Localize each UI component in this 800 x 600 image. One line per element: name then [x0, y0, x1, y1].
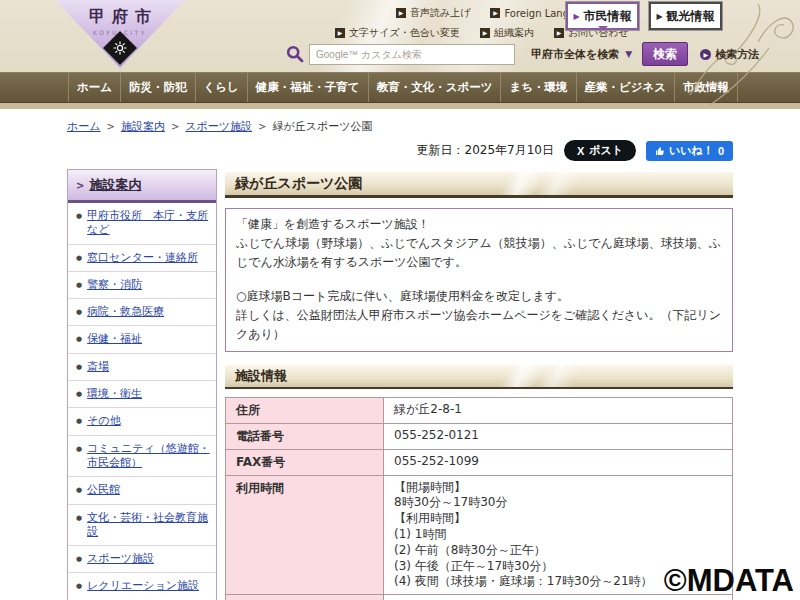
sidebar-link[interactable]: 甲府市役所 本庁・支所など: [87, 209, 212, 238]
facebook-like-button[interactable]: いいね！ 0: [646, 141, 733, 161]
sidebar-link[interactable]: その他: [87, 414, 121, 428]
logo-title: 甲府市: [55, 0, 185, 28]
row-value: 055-252-0121: [384, 423, 733, 449]
square-arrow-icon: ▶: [490, 8, 500, 18]
sidebar-link[interactable]: 環境・衛生: [87, 387, 142, 401]
sidebar-item-city-hall[interactable]: ●甲府市役所 本庁・支所など: [68, 203, 216, 245]
utility-label: 音声読み上げ: [410, 6, 470, 20]
breadcrumb-home[interactable]: ホーム: [67, 119, 101, 134]
nav-item-industry-business[interactable]: 産業・ビジネス: [576, 73, 675, 102]
sidebar-item-recreation[interactable]: ●レクリエーション施設: [68, 573, 216, 600]
nav-item-health-welfare[interactable]: 健康・福祉・子育て: [247, 73, 368, 102]
like-count: 0: [718, 145, 724, 157]
sidebar-list: ●甲府市役所 本庁・支所など ●窓口センター・連絡所 ●警察・消防 ●病院・救急…: [68, 203, 216, 600]
search-scope-label: 甲府市全体を検索: [531, 47, 619, 62]
row-label: 電話番号: [226, 423, 384, 449]
arrow-icon: ▶: [573, 12, 579, 21]
sidebar-item-others[interactable]: ●その他: [68, 408, 216, 435]
row-value: 緑が丘2-8-1: [384, 397, 733, 423]
intro-box: 「健康」を創造するスポーツ施設！ ふじでん球場（野球場）、ふじでんスタジアム（競…: [225, 208, 733, 352]
sidebar-link[interactable]: レクリエーション施設: [87, 579, 199, 593]
sidebar-item-service-centers[interactable]: ●窓口センター・連絡所: [68, 245, 216, 272]
sidebar-link[interactable]: 病院・救急医療: [87, 305, 164, 319]
search-button[interactable]: 検索: [642, 42, 688, 66]
bullet-icon: ●: [76, 579, 82, 593]
sidebar-link[interactable]: スポーツ施設: [87, 552, 154, 566]
x-post-button[interactable]: X ポスト: [564, 140, 636, 161]
sidebar-header-facility-guide[interactable]: > 施設案内: [68, 170, 216, 203]
bullet-icon: ●: [76, 552, 82, 566]
intro-line: 「健康」を創造するスポーツ施設！: [236, 215, 722, 234]
play-icon: ▶: [700, 49, 711, 60]
site-search: 甲府市全体を検索 ▼ 検索 ▶ 検索方法: [286, 42, 759, 66]
search-scope-select[interactable]: 甲府市全体を検索 ▼: [531, 47, 632, 62]
sidebar-link[interactable]: 斎場: [87, 360, 109, 374]
sidebar-item-culture-arts[interactable]: ●文化・芸術・社会教育施設: [68, 505, 216, 547]
sidebar-item-health-welfare[interactable]: ●保健・福祉: [68, 326, 216, 353]
watermark: ©MDATA: [664, 563, 794, 599]
square-arrow-icon: ▶: [396, 8, 406, 18]
intro-line: 詳しくは、公益財団法人甲府市スポーツ協会ホームページをご確認ください。（下記リン…: [236, 306, 722, 344]
nav-item-disaster[interactable]: 防災・防犯: [120, 73, 195, 102]
facility-info-table: 住所 緑が丘2-8-1 電話番号 055-252-0121 FAX番号 055-…: [225, 397, 733, 600]
sidebar-item-police-fire[interactable]: ●警察・消防: [68, 272, 216, 299]
post-label: ポスト: [589, 143, 623, 158]
x-logo-icon: X: [577, 145, 584, 157]
chevron-down-icon: ▼: [625, 49, 632, 59]
search-icon: [286, 45, 304, 63]
site-header: 甲府市 KOFU CITY ▶ 音声読み上げ ▶ Foreign Languag…: [0, 0, 800, 72]
sidebar-link[interactable]: 公民館: [87, 483, 120, 497]
sidebar-item-funeral-hall[interactable]: ●斎場: [68, 354, 216, 381]
sidebar-item-environment-sanitation[interactable]: ●環境・衛生: [68, 381, 216, 408]
intro-line: ふじでん球場（野球場）、ふじでんスタジアム（競技場）、ふじでん庭球場、球技場、ふ…: [236, 234, 722, 272]
kofu-crest-icon: [113, 41, 127, 55]
section-title-facility-info: 施設情報: [225, 365, 733, 389]
nav-item-living[interactable]: くらし: [195, 73, 247, 102]
row-label: 利用時間: [226, 475, 384, 595]
bullet-icon: ●: [76, 483, 82, 497]
row-label: 定休日: [226, 595, 384, 600]
nav-item-town-environment[interactable]: まち・環境: [500, 73, 575, 102]
table-row-phone: 電話番号 055-252-0121: [226, 423, 733, 449]
nav-item-education-culture-sports[interactable]: 教育・文化・スポーツ: [368, 73, 501, 102]
tab-tourism-info[interactable]: ▶ 観光情報: [649, 2, 722, 30]
table-row-hours: 利用時間 【開場時間】 8時30分～17時30分 【利用時間】 (1) 1時間 …: [226, 475, 733, 595]
like-label: いいね！: [669, 143, 714, 158]
tab-citizen-info[interactable]: ▶ 市民情報: [566, 2, 639, 30]
breadcrumb-separator: >: [107, 121, 115, 132]
sidebar-link[interactable]: コミュニティ（悠遊館・市民会館）: [87, 442, 212, 471]
tab-label: 市民情報: [584, 8, 632, 25]
thumbs-up-icon: [655, 146, 665, 156]
sidebar-item-hospitals[interactable]: ●病院・救急医療: [68, 299, 216, 326]
breadcrumb-facility-guide[interactable]: 施設案内: [121, 119, 165, 134]
font-size-color-link[interactable]: ▶ 文字サイズ・色合い変更: [335, 26, 460, 40]
search-help-label: 検索方法: [715, 47, 759, 62]
breadcrumb-separator: >: [171, 121, 179, 132]
search-input[interactable]: [309, 44, 515, 65]
sidebar-link[interactable]: 警察・消防: [87, 278, 142, 292]
organization-guide-link[interactable]: ▶ 組織案内: [480, 26, 534, 40]
meta-row: 更新日：2025年7月10日 X ポスト いいね！ 0: [67, 140, 733, 161]
page-title: 緑が丘スポーツ公園: [225, 171, 733, 198]
main-column: 緑が丘スポーツ公園 「健康」を創造するスポーツ施設！ ふじでん球場（野球場）、ふ…: [225, 169, 733, 600]
square-arrow-icon: ▶: [480, 28, 490, 38]
sidebar-item-community-center[interactable]: ●公民館: [68, 477, 216, 504]
audience-tabs: ▶ 市民情報 ▶ 観光情報: [566, 2, 722, 30]
sidebar-link[interactable]: 保健・福祉: [87, 332, 142, 346]
voice-reading-link[interactable]: ▶ 音声読み上げ: [396, 6, 470, 20]
table-row-address: 住所 緑が丘2-8-1: [226, 397, 733, 423]
updated-date: 更新日：2025年7月10日: [417, 142, 554, 159]
sidebar-item-sports-facilities[interactable]: ●スポーツ施設: [68, 546, 216, 573]
square-arrow-icon: ▶: [554, 28, 564, 38]
sidebar-link[interactable]: 文化・芸術・社会教育施設: [87, 511, 212, 540]
tab-label: 観光情報: [667, 8, 715, 25]
bullet-icon: ●: [76, 387, 82, 401]
sidebar-item-community[interactable]: ●コミュニティ（悠遊館・市民会館）: [68, 436, 216, 478]
arrow-icon: ▶: [656, 12, 662, 21]
breadcrumb-sports-facility[interactable]: スポーツ施設: [185, 119, 252, 134]
nav-item-home[interactable]: ホーム: [68, 73, 120, 102]
sidebar-link[interactable]: 窓口センター・連絡所: [87, 251, 198, 265]
site-logo[interactable]: 甲府市 KOFU CITY: [55, 0, 185, 68]
search-help-link[interactable]: ▶ 検索方法: [700, 47, 759, 62]
sidebar-title: 施設案内: [89, 176, 141, 194]
